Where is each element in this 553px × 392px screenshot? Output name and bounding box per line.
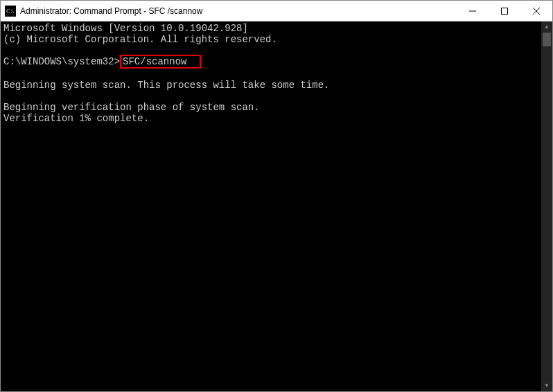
scroll-down-icon[interactable]: ▼ (541, 380, 552, 391)
minimize-button[interactable] (457, 1, 489, 21)
window-title: Administrator: Command Prompt - SFC /sca… (20, 6, 457, 16)
svg-rect-3 (502, 8, 508, 14)
blank-line (3, 69, 550, 80)
close-button[interactable] (520, 1, 552, 21)
command-highlight: SFC/scannow (120, 55, 201, 69)
scroll-up-icon[interactable]: ▲ (541, 21, 552, 33)
verify-progress-line: Verification 1% complete. (3, 113, 550, 124)
verify-start-line: Beginning verification phase of system s… (3, 102, 550, 113)
window-controls (457, 1, 552, 21)
prompt-path: C:\WINDOWS\system32> (3, 56, 120, 67)
svg-text:C:\: C:\ (6, 8, 15, 15)
cmd-icon: C:\ (5, 6, 16, 17)
terminal-area[interactable]: Microsoft Windows [Version 10.0.19042.92… (1, 21, 552, 391)
version-line: Microsoft Windows [Version 10.0.19042.92… (3, 23, 550, 34)
maximize-button[interactable] (489, 1, 520, 21)
command-text: SFC/scannow (123, 56, 186, 67)
blank-line (3, 45, 550, 56)
scrollbar[interactable]: ▲ ▼ (541, 21, 552, 391)
copyright-line: (c) Microsoft Corporation. All rights re… (3, 34, 550, 45)
scrollbar-thumb[interactable] (543, 33, 551, 46)
prompt-line: C:\WINDOWS\system32>SFC/scannow (3, 56, 550, 69)
blank-line (3, 91, 550, 102)
scan-start-line: Beginning system scan. This process will… (3, 80, 550, 91)
titlebar: C:\ Administrator: Command Prompt - SFC … (1, 1, 552, 21)
